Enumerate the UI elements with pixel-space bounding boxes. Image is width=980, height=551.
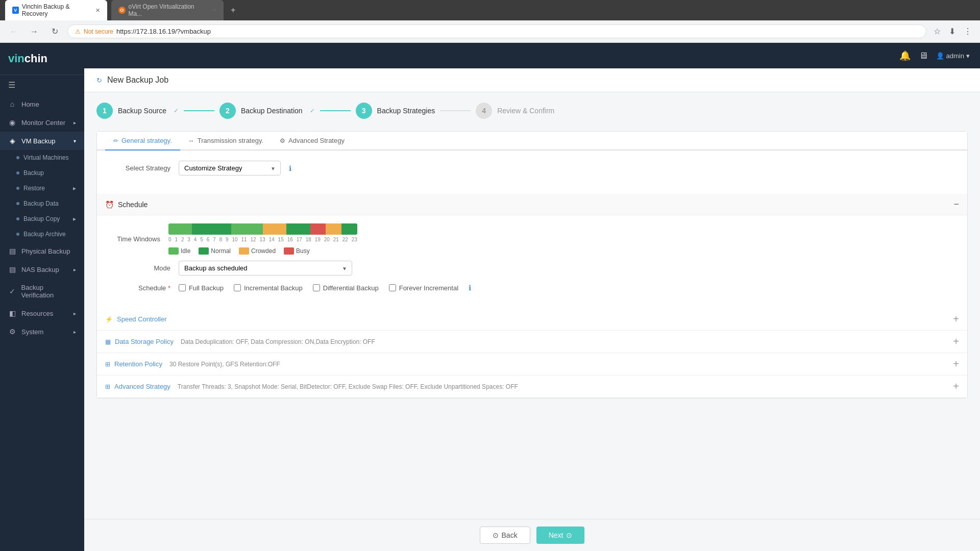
schedule-collapse-btn[interactable]: −: [953, 199, 959, 210]
user-menu[interactable]: 👤 admin ▾: [936, 52, 970, 60]
legend-busy-dot: [284, 247, 294, 255]
inactive-tab[interactable]: O oVirt Open Virtualization Ma... ✕: [111, 0, 224, 20]
sidebar-item-backup[interactable]: Backup: [0, 165, 84, 181]
data-storage-section[interactable]: ▦ Data Storage Policy Data Deduplication…: [97, 331, 967, 353]
sidebar-item-backup-data[interactable]: Backup Data: [0, 196, 84, 211]
settings-icon[interactable]: ⋮: [962, 24, 974, 38]
monitor-label: Monitor Center: [21, 119, 65, 127]
datastorage-desc: Data Deduplication: OFF, Data Compressio…: [181, 338, 375, 345]
full-backup-option[interactable]: Full Backup: [179, 284, 224, 292]
sidebar-item-home[interactable]: ⌂ Home: [0, 95, 84, 113]
sidebar-item-backup-archive[interactable]: Backup Archive: [0, 227, 84, 242]
main-content: 🔔 🖥 👤 admin ▾ ↻ New Backup Job 1: [84, 43, 980, 551]
bcopy-label: Backup Copy: [23, 215, 60, 222]
monitor-icon: ◉: [8, 118, 16, 127]
top-bar-right: 🔔 🖥 👤 admin ▾: [899, 50, 970, 61]
sidebar-item-backup-verification[interactable]: ✓ Backup Verification: [0, 279, 84, 304]
full-backup-checkbox[interactable]: [179, 284, 186, 291]
strategy-info-icon[interactable]: ℹ: [289, 164, 291, 172]
step-divider-3: [440, 110, 471, 111]
main-body: 1 Backup Source ✓ 2 Backup Destination ✓: [84, 92, 980, 519]
stepper: 1 Backup Source ✓ 2 Backup Destination ✓: [96, 103, 968, 119]
sidebar: vinchin ☰ ⌂ Home ◉ Monitor Center ▸ ◈ VM…: [0, 43, 84, 551]
strategy-select-row: Select Strategy Customize Strategy Defau…: [109, 161, 955, 176]
sidebar-item-backup-copy[interactable]: Backup Copy ▸: [0, 211, 84, 227]
sidebar-item-nas-backup[interactable]: ▤ NAS Backup ▸: [0, 260, 84, 279]
differential-backup-option[interactable]: Differential Backup: [313, 284, 379, 292]
time-seg-7: [326, 223, 341, 235]
app-container: vinchin ☰ ⌂ Home ◉ Monitor Center ▸ ◈ VM…: [0, 43, 980, 551]
step-4-label: Review & Confirm: [497, 107, 554, 115]
adv-strategy-desc: Transfer Threads: 3, Snapshot Mode: Seri…: [178, 383, 518, 390]
user-name: admin: [946, 52, 964, 60]
step-4-circle: 4: [476, 103, 492, 119]
datastorage-add-btn[interactable]: +: [953, 336, 959, 347]
download-icon[interactable]: ⬇: [947, 24, 958, 38]
tab-advanced[interactable]: ⚙ Advanced Strategy: [272, 132, 353, 151]
forever-incremental-option[interactable]: Forever Incremental: [389, 284, 458, 292]
tab-general[interactable]: ✏ General strategy.: [105, 132, 180, 151]
speed-controller-section[interactable]: ⚡ Speed Controller +: [97, 308, 967, 331]
back-button[interactable]: ⊙ Back: [480, 527, 530, 544]
adv-strategy-add-btn[interactable]: +: [953, 381, 959, 392]
active-tab[interactable]: V Vinchin Backup & Recovery ✕: [5, 0, 107, 20]
legend-normal-dot: [199, 247, 209, 255]
strategy-select[interactable]: Customize Strategy Default Strategy: [179, 161, 281, 176]
sidebar-item-restore[interactable]: Restore ▸: [0, 181, 84, 196]
page-header: ↻ New Backup Job: [84, 68, 980, 92]
top-bar: 🔔 🖥 👤 admin ▾: [84, 43, 980, 68]
sidebar-item-system[interactable]: ⚙ System ▸: [0, 322, 84, 341]
tab-transmission[interactable]: ↔ Transmission strategy.: [180, 132, 272, 151]
bcopy-arrow: ▸: [73, 215, 76, 222]
bcopy-dot: [16, 217, 19, 220]
new-tab-btn[interactable]: +: [228, 6, 238, 15]
speed-icon: ⚡: [105, 316, 113, 323]
toolbar-actions: ☆ ⬇ ⋮: [932, 24, 974, 38]
legend-busy-label: Busy: [296, 247, 310, 255]
sidebar-item-virtual-machines[interactable]: Virtual Machines: [0, 150, 84, 165]
logo: vinchin: [0, 43, 84, 75]
mode-select[interactable]: Backup as scheduled Manual only: [179, 261, 352, 276]
incremental-backup-option[interactable]: Incremental Backup: [234, 284, 303, 292]
strategy-select-section: Select Strategy Customize Strategy Defau…: [97, 151, 967, 194]
vm-label: Virtual Machines: [23, 154, 69, 161]
tab-close-btn[interactable]: ✕: [95, 7, 100, 14]
backup-dot: [16, 171, 19, 174]
sidebar-item-vmbackup[interactable]: ◈ VM Backup ▾: [0, 132, 84, 150]
step-3: 3 Backup Strategies: [356, 103, 435, 119]
system-arrow: ▸: [74, 329, 76, 335]
notification-icon[interactable]: 🔔: [899, 50, 911, 61]
refresh-icon[interactable]: ↻: [96, 77, 102, 84]
reload-nav-btn[interactable]: ↻: [47, 24, 62, 39]
speed-add-btn[interactable]: +: [953, 313, 959, 325]
back-nav-btn[interactable]: ←: [6, 24, 21, 39]
schedule-section-header[interactable]: ⏰ Schedule −: [97, 194, 967, 215]
next-label: Next: [549, 531, 564, 539]
next-button[interactable]: Next ⊙: [536, 527, 585, 544]
physical-label: Physical Backup: [21, 247, 70, 255]
inactive-tab-close[interactable]: ✕: [212, 7, 216, 14]
datastorage-title: Data Storage Policy: [115, 338, 174, 345]
retention-section[interactable]: ⊞ Retention Policy 30 Restore Point(s), …: [97, 353, 967, 375]
sidebar-item-monitor[interactable]: ◉ Monitor Center ▸: [0, 113, 84, 132]
barchive-label: Backup Archive: [23, 231, 66, 238]
nas-arrow: ▸: [74, 267, 76, 272]
monitor-arrow: ▸: [74, 120, 76, 126]
address-bar[interactable]: ⚠ Not secure https://172.18.16.19/?vmbac…: [67, 24, 926, 38]
menu-toggle[interactable]: ☰: [0, 75, 84, 95]
schedule-info-icon[interactable]: ℹ: [469, 284, 471, 292]
vmbackup-label: VM Backup: [21, 137, 55, 145]
strategy-select-wrapper: Customize Strategy Default Strategy: [179, 161, 281, 176]
incremental-backup-checkbox[interactable]: [234, 284, 241, 291]
retention-title: Retention Policy: [114, 360, 162, 368]
differential-backup-checkbox[interactable]: [313, 284, 320, 291]
forward-nav-btn[interactable]: →: [27, 24, 42, 39]
forever-incremental-checkbox[interactable]: [389, 284, 396, 291]
bookmark-icon[interactable]: ☆: [932, 24, 943, 38]
sidebar-item-resources[interactable]: ◧ Resources ▸: [0, 304, 84, 322]
retention-add-btn[interactable]: +: [953, 358, 959, 370]
vm-dot: [16, 156, 19, 159]
advanced-strategy-section[interactable]: ⊞ Advanced Strategy Transfer Threads: 3,…: [97, 375, 967, 398]
screen-icon[interactable]: 🖥: [919, 51, 928, 61]
sidebar-item-physical-backup[interactable]: ▤ Physical Backup: [0, 242, 84, 260]
